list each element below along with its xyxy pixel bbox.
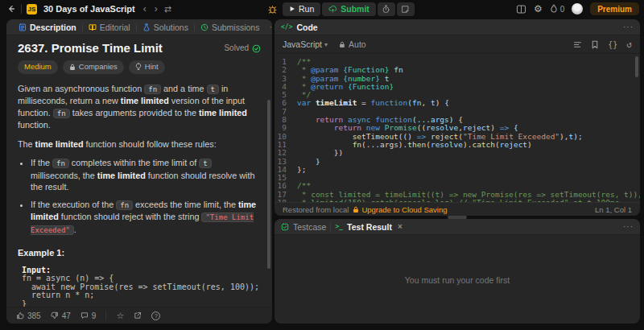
editor-toolbar: JavaScript ▾ Auto {} ↺ — [275, 35, 640, 54]
course-badge[interactable]: JS — [27, 4, 37, 14]
editor-statusbar: Restored from local Upgrade to Cloud Sav… — [275, 202, 640, 216]
bookmark-icon[interactable] — [591, 40, 599, 49]
tab-description[interactable]: Description — [13, 19, 82, 35]
submit-button[interactable]: Submit — [322, 2, 376, 16]
tab-code[interactable]: </> Code — [281, 23, 318, 32]
close-icon[interactable]: × — [398, 222, 402, 231]
text-segment: completes within the time limit of — [69, 158, 199, 167]
star-button[interactable]: ☆ — [116, 311, 124, 321]
settings-gear-icon[interactable]: ⚙ — [534, 4, 543, 14]
text-segment: and a time — [161, 84, 206, 93]
tab-testcase[interactable]: Testcase — [281, 222, 326, 232]
dislike-count: 47 — [62, 311, 71, 320]
tab-editorial[interactable]: Editorial — [83, 19, 136, 35]
code-icon: </> — [281, 23, 292, 31]
prev-problem-icon[interactable]: ‹ — [142, 4, 148, 14]
more-icon[interactable]: ··· — [623, 23, 634, 31]
testcase-check-icon — [281, 223, 289, 231]
tab-label: Solutions — [154, 23, 188, 32]
layout-icon[interactable] — [516, 4, 526, 14]
text-segment: The — [18, 139, 35, 149]
example-label: Example 1: — [18, 247, 261, 259]
code-line[interactable]: 6var timeLimit = function(fn, t) { — [275, 99, 640, 107]
chevron-down-icon: ▾ — [324, 41, 328, 48]
lock-icon — [353, 206, 359, 213]
text-segment: takes arguments provided to the — [70, 108, 199, 118]
header-right-group: ⚙ 0 Premium — [516, 0, 639, 18]
description-footer: 385 47 9 ☆ ? — [6, 307, 272, 324]
dislike-button[interactable]: 47 — [51, 311, 71, 320]
language-select[interactable]: JavaScript ▾ — [283, 39, 328, 49]
text-segment: If the execution of the — [31, 200, 116, 209]
notes-icon[interactable] — [397, 2, 415, 16]
tab-label: Submissions — [212, 23, 260, 32]
tab-label: Description — [30, 23, 76, 32]
code-text: var timeLimit = function(fn, t) { — [297, 99, 449, 107]
code-line[interactable]: 15 — [275, 174, 640, 182]
run-button[interactable]: Run — [283, 2, 320, 16]
text-segment: If the — [31, 158, 52, 167]
editor-scrollbar[interactable] — [635, 56, 638, 77]
help-button[interactable]: ? — [151, 311, 160, 320]
console-body: You must run your code first — [275, 236, 640, 324]
text-segment: fn — [53, 109, 70, 118]
description-scrollbar[interactable] — [267, 100, 270, 269]
reset-icon[interactable]: ↺ — [626, 39, 632, 50]
tab-test-result[interactable]: >_ Test Result × — [335, 222, 402, 232]
debug-icon[interactable] — [267, 4, 278, 14]
auto-save-toggle[interactable]: Auto — [339, 39, 366, 49]
comments-button[interactable]: 9 — [80, 311, 97, 320]
more-icon[interactable]: ··· — [269, 23, 272, 31]
code-line[interactable]: 13 } — [275, 158, 640, 166]
tab-solutions[interactable]: Solutions — [137, 19, 194, 35]
companies-badge[interactable]: Companies — [63, 60, 124, 74]
share-button[interactable] — [134, 311, 142, 320]
text-segment: exceeds the time limit, the — [133, 200, 238, 209]
text-segment: fn — [116, 200, 133, 210]
back-icon[interactable] — [6, 4, 16, 14]
text-segment: function. — [18, 120, 51, 130]
solved-status: Solved — [224, 43, 261, 55]
format-icon[interactable] — [573, 40, 582, 49]
code-line[interactable]: 4 * @return {Function} — [275, 83, 640, 91]
text-segment: t — [207, 85, 219, 94]
text-segment: fn — [52, 159, 69, 168]
code-line[interactable]: 14}; — [275, 166, 640, 174]
editor-toolbar-icons: {} ↺ — [573, 39, 632, 50]
shuffle-icon[interactable]: ⇄ — [164, 4, 171, 14]
code-text: * @return {Function} — [297, 83, 394, 91]
panel-resize-handle[interactable] — [448, 216, 467, 219]
more-icon[interactable]: ··· — [623, 222, 634, 231]
submit-label: Submit — [341, 4, 369, 14]
premium-button[interactable]: Premium — [590, 2, 639, 15]
text-segment: . — [74, 225, 76, 234]
example-block: Input:fn = async (n) => { await new Prom… — [18, 266, 261, 307]
text-segment: milliseconds, the — [31, 171, 97, 180]
timer-icon[interactable] — [378, 2, 395, 16]
hint-badge[interactable]: Hint — [129, 60, 165, 74]
rules-list: If the fn completes within the time limi… — [31, 157, 261, 236]
rule-item: If the fn completes within the time limi… — [31, 157, 261, 193]
console-panel: Testcase >_ Test Result × ··· You must r… — [275, 219, 640, 324]
companies-label: Companies — [79, 61, 118, 73]
like-button[interactable]: 385 — [16, 311, 41, 320]
tab-label: Editorial — [100, 23, 130, 32]
text-segment: function should follow these rules: — [84, 139, 217, 149]
description-panel: Description Editorial Solutions Submissi… — [6, 19, 272, 324]
header-divider — [21, 4, 22, 14]
braces-icon[interactable]: {} — [608, 40, 617, 49]
text-segment: return n * n; — [22, 291, 94, 299]
avatar[interactable] — [572, 3, 583, 14]
code-editor[interactable]: 1/**2 * @param {Function} fn3 * @param {… — [275, 55, 640, 202]
course-title[interactable]: 30 Days of JavaScript — [43, 4, 135, 14]
testcase-label: Testcase — [293, 222, 326, 232]
code-text: }; — [297, 166, 306, 174]
upgrade-cloud-link[interactable]: Upgrade to Cloud Saving — [353, 205, 447, 214]
next-problem-icon[interactable]: › — [153, 4, 159, 14]
tab-submissions[interactable]: Submissions — [195, 19, 266, 35]
streak-counter[interactable]: 0 — [550, 4, 565, 14]
text-segment: time limited — [121, 96, 169, 105]
difficulty-badge[interactable]: Medium — [18, 60, 58, 74]
code-line[interactable]: 12 }) — [275, 149, 640, 157]
code-editor-panel: </> Code ··· JavaScript ▾ Auto {} ↺ 1/**… — [275, 19, 640, 216]
